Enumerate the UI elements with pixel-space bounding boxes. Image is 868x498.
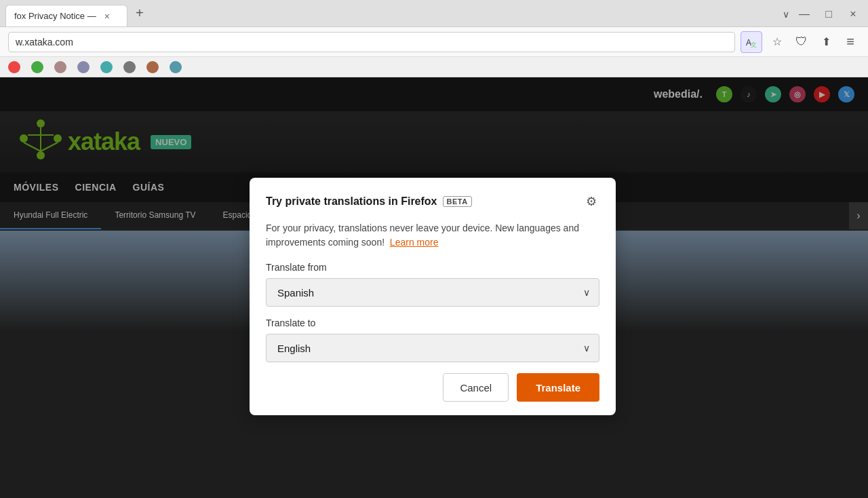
bookmarks-bar xyxy=(0,57,868,77)
close-button[interactable]: × xyxy=(844,5,863,24)
cancel-button[interactable]: Cancel xyxy=(443,373,509,402)
settings-gear-button[interactable]: ⚙ xyxy=(583,191,599,212)
translate-from-select[interactable]: Spanish Detected Language French German … xyxy=(266,278,599,307)
translate-from-label: Translate from xyxy=(266,262,599,273)
shield-icon[interactable]: 🛡 xyxy=(792,33,811,52)
svg-text:文: 文 xyxy=(751,41,757,48)
menu-icon[interactable]: ≡ xyxy=(841,33,860,52)
bookmark-icon-6 xyxy=(123,61,136,73)
popup-header: Try private translations in Firefox BETA… xyxy=(266,191,599,212)
translate-from-wrapper: Spanish Detected Language French German … xyxy=(266,278,599,307)
maximize-button[interactable]: □ xyxy=(819,5,838,24)
bookmark-icon-7 xyxy=(146,61,159,73)
bookmark-icon-1 xyxy=(8,61,20,73)
new-tab-button[interactable]: + xyxy=(130,5,149,21)
bookmark-icon-3 xyxy=(54,61,66,73)
browser-tab[interactable]: fox Privacy Notice — × xyxy=(5,5,127,26)
browser-frame: fox Privacy Notice — × + ∨ — □ × A 文 ☆ 🛡… xyxy=(0,0,868,498)
translate-page-button[interactable]: A 文 xyxy=(741,31,762,53)
page-content: webedia/. T ♪ ➤ ◎ ▶ 𝕏 xyxy=(0,77,868,498)
tab-title: fox Privacy Notice — xyxy=(14,11,96,21)
translate-button[interactable]: Translate xyxy=(517,373,599,402)
translate-to-label: Translate to xyxy=(266,318,599,328)
bookmark-icon-4 xyxy=(77,61,90,73)
bookmark-star-icon[interactable]: ☆ xyxy=(768,33,787,52)
minimize-button[interactable]: — xyxy=(795,5,814,24)
popup-title-text: Try private translations in Firefox xyxy=(266,195,437,208)
window-controls: ∨ — □ × xyxy=(783,5,863,26)
url-input[interactable] xyxy=(8,32,735,52)
bookmark-icon-5 xyxy=(100,61,113,73)
popup-footer: Cancel Translate xyxy=(266,373,599,402)
translation-popup: Try private translations in Firefox BETA… xyxy=(250,178,616,415)
translate-to-wrapper: English French German Spanish Italian Po… xyxy=(266,334,599,362)
popup-description: For your privacy, translations never lea… xyxy=(266,221,599,250)
tab-close-button[interactable]: × xyxy=(104,11,110,22)
address-bar: A 文 ☆ 🛡 ⬆ ≡ xyxy=(0,27,868,57)
bookmark-icon-8 xyxy=(170,61,182,73)
translate-to-select[interactable]: English French German Spanish Italian Po… xyxy=(266,334,599,362)
tab-bar: fox Privacy Notice — × + ∨ — □ × xyxy=(0,0,868,27)
share-icon[interactable]: ⬆ xyxy=(816,33,835,52)
chevron-icon: ∨ xyxy=(783,9,789,20)
bookmark-icon-2 xyxy=(31,61,43,73)
learn-more-link[interactable]: Learn more xyxy=(390,237,439,248)
popup-title-area: Try private translations in Firefox BETA xyxy=(266,195,472,208)
beta-badge: BETA xyxy=(443,196,472,207)
